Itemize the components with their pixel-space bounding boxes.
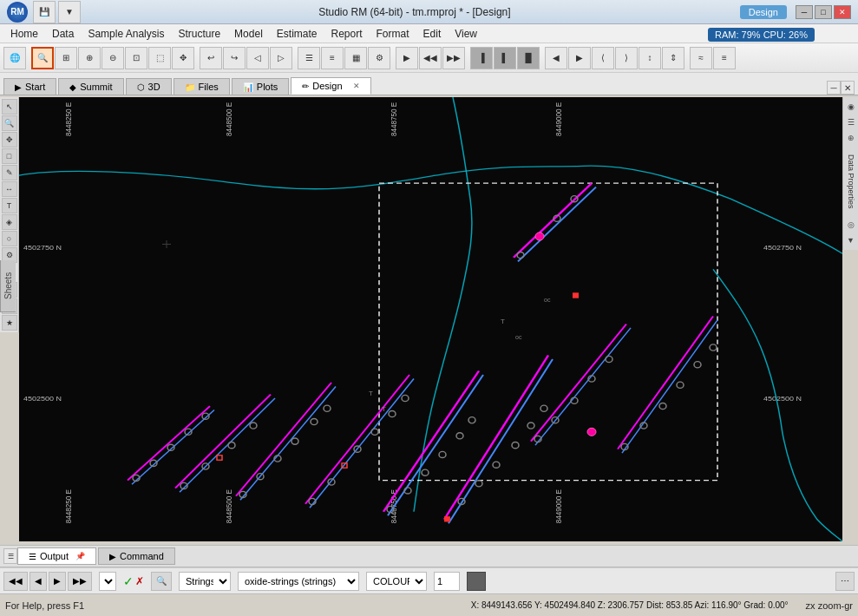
toolbar-pan[interactable]: ✥ — [172, 47, 194, 69]
toolbar-misc1[interactable]: ≈ — [690, 47, 712, 69]
toolbar-redo[interactable]: ↪ — [223, 47, 246, 69]
menubar: Home Data Sample Analysis Structure Mode… — [0, 24, 858, 43]
lt-select[interactable]: □ — [2, 148, 17, 164]
lt-label[interactable]: T — [2, 198, 17, 213]
bottom-tab-command[interactable]: ▶ Command — [98, 547, 175, 565]
toolbar-globe[interactable]: 🌐 — [3, 47, 26, 69]
menu-edit[interactable]: Edit — [416, 26, 449, 42]
quick-menu[interactable]: ▼ — [58, 1, 81, 23]
nav-first[interactable]: ◀◀ — [3, 572, 28, 591]
tab-plots[interactable]: 📊 Plots — [232, 78, 289, 95]
lt-zoom[interactable]: 🔍 — [2, 115, 17, 131]
toolbar-nav2[interactable]: ⟩ — [615, 47, 638, 69]
toolbar-select-all[interactable]: ☰ — [298, 47, 320, 69]
menu-sample-analysis[interactable]: Sample Analysis — [81, 26, 171, 42]
toolbar-zoom-window[interactable]: ⬚ — [148, 47, 171, 69]
menu-report[interactable]: Report — [324, 26, 369, 42]
svg-text:T: T — [369, 390, 373, 398]
confirm-button[interactable]: ✓ — [123, 574, 134, 588]
tab-start-label: Start — [25, 82, 45, 92]
lt-misc3[interactable]: ★ — [2, 315, 17, 331]
quick-save[interactable]: 💾 — [33, 1, 56, 23]
lt-pan[interactable]: ✥ — [2, 132, 17, 147]
toolbar-list[interactable]: ≡ — [321, 47, 344, 69]
reject-button[interactable]: ✗ — [135, 575, 144, 587]
quick-access: 💾 ▼ — [33, 1, 81, 23]
tab-3d[interactable]: ⬡ 3D — [126, 78, 172, 95]
command-label: Command — [120, 551, 164, 561]
menu-estimate[interactable]: Estimate — [270, 26, 324, 42]
toolbar-misc2[interactable]: ≡ — [713, 47, 736, 69]
extra-options[interactable]: ⋯ — [835, 572, 855, 591]
tab-minimize[interactable]: ─ — [827, 81, 841, 95]
right-icon-5[interactable]: ▼ — [844, 233, 858, 247]
menu-view[interactable]: View — [448, 26, 484, 42]
lt-pointer[interactable]: ↖ — [2, 99, 17, 115]
tab-files[interactable]: 📁 Files — [174, 78, 230, 95]
toolbar-right[interactable]: ▶ — [568, 47, 591, 69]
search-button[interactable]: 🔍 — [151, 572, 172, 591]
right-icon-3[interactable]: ⊕ — [844, 131, 858, 145]
colour-swatch[interactable] — [467, 572, 486, 591]
tab-files-label: Files — [199, 82, 219, 92]
colour-value[interactable] — [434, 572, 460, 591]
maximize-button[interactable]: □ — [815, 5, 832, 19]
nav-next[interactable]: ▶ — [49, 572, 66, 591]
toolbar-bar3[interactable]: █ — [517, 47, 540, 69]
toolbar-bar2[interactable]: ▌ — [494, 47, 516, 69]
right-icon-2[interactable]: ☰ — [844, 115, 858, 129]
bottom-toggle[interactable]: ☰ — [3, 548, 17, 564]
toolbar-nav1[interactable]: ⟨ — [592, 47, 614, 69]
output-pin[interactable]: 📌 — [75, 552, 85, 560]
toolbar-settings[interactable]: ⚙ — [368, 47, 390, 69]
toolbar-back[interactable]: ◁ — [246, 47, 269, 69]
tab-design[interactable]: ✏ Design ✕ — [291, 77, 370, 95]
nav-last[interactable]: ▶▶ — [68, 572, 92, 591]
toolbar-zoom-box[interactable]: ⊞ — [55, 47, 77, 69]
svg-text:oc: oc — [515, 335, 522, 341]
toolbar-bar1[interactable]: ▐ — [470, 47, 493, 69]
bottom-tab-output[interactable]: ☰ Output 📌 — [17, 547, 96, 565]
menu-data[interactable]: Data — [45, 26, 81, 42]
main-toolbar: 🌐 🔍 ⊞ ⊕ ⊖ ⊡ ⬚ ✥ ↩ ↪ ◁ ▷ ☰ ≡ ▦ ⚙ ▶ ◀◀ ▶▶ … — [0, 43, 858, 73]
lt-node[interactable]: ◈ — [2, 214, 17, 230]
colour-dropdown[interactable]: COLOUR — [366, 572, 427, 591]
toolbar-move2[interactable]: ⇕ — [662, 47, 684, 69]
lt-draw[interactable]: ✎ — [2, 165, 17, 180]
close-button[interactable]: ✕ — [834, 5, 851, 19]
toolbar-filter[interactable]: ▦ — [344, 47, 367, 69]
tab-close-all[interactable]: ✕ — [841, 81, 855, 95]
toolbar-undo[interactable]: ↩ — [200, 47, 222, 69]
minimize-button[interactable]: ─ — [796, 5, 813, 19]
strings-dropdown[interactable]: Strings — [179, 572, 231, 591]
toolbar-zoom-out[interactable]: ⊖ — [102, 47, 124, 69]
toolbar-play[interactable]: ▶ — [396, 47, 418, 69]
menu-format[interactable]: Format — [370, 26, 416, 42]
toolbar-forward[interactable]: ▷ — [270, 47, 292, 69]
toolbar-move[interactable]: ↕ — [639, 47, 661, 69]
combo-dropdown[interactable]: oxide-strings (strings) — [238, 572, 359, 591]
toolbar-zoom-all[interactable]: ⊡ — [125, 47, 147, 69]
summit-icon: ◆ — [69, 82, 76, 92]
toolbar-zoom-in[interactable]: ⊕ — [78, 47, 101, 69]
lt-measure[interactable]: ↔ — [2, 181, 17, 197]
menu-model[interactable]: Model — [227, 26, 270, 42]
svg-rect-70 — [573, 292, 579, 298]
toolbar-left[interactable]: ◀ — [545, 47, 567, 69]
history-dropdown[interactable] — [99, 572, 116, 591]
tab-summit[interactable]: ◆ Summit — [58, 78, 123, 95]
menu-structure[interactable]: Structure — [171, 26, 227, 42]
nav-prev[interactable]: ◀ — [29, 572, 47, 591]
canvas-area[interactable]: 8448250 E 8448500 E 8448750 E 8449000 E … — [19, 97, 842, 541]
toolbar-step[interactable]: ▶▶ — [442, 47, 465, 69]
tab-design-close[interactable]: ✕ — [353, 82, 360, 90]
toolbar-zoom-select[interactable]: 🔍 — [31, 47, 54, 69]
right-icon-1[interactable]: ◉ — [844, 100, 858, 114]
toolbar-step-back[interactable]: ◀◀ — [419, 47, 442, 69]
right-icon-4[interactable]: ◎ — [844, 218, 858, 232]
menu-home[interactable]: Home — [3, 26, 45, 42]
sheets-tab[interactable]: Sheets — [0, 260, 16, 312]
lt-circle[interactable]: ○ — [2, 231, 17, 246]
tab-start[interactable]: ▶ Start — [3, 78, 56, 95]
svg-point-67 — [535, 233, 544, 240]
